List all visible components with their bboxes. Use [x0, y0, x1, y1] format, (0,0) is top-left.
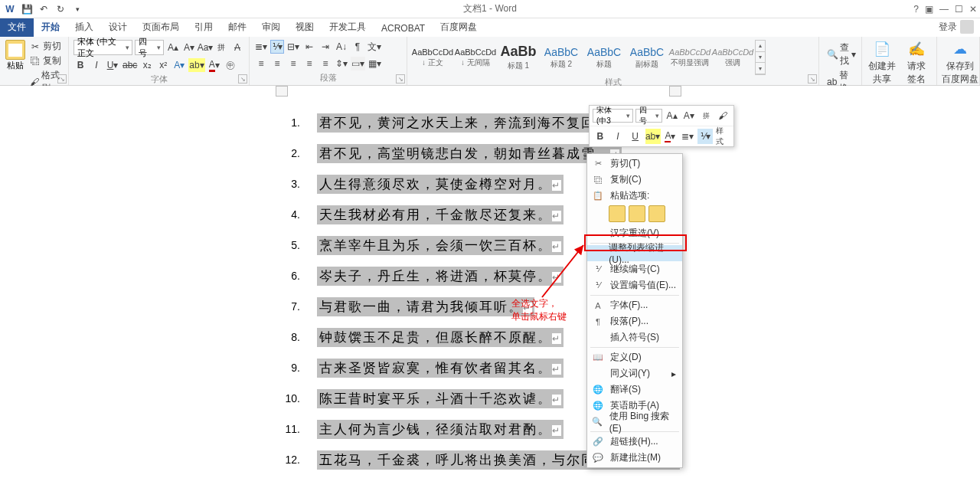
tab-insert[interactable]: 插入 [67, 18, 101, 37]
font-launcher[interactable]: ↘ [238, 74, 247, 84]
ctx-synonym[interactable]: 同义词(Y)▸ [587, 365, 682, 382]
tab-file[interactable]: 文件 [0, 18, 34, 37]
ctx-adjust-indent[interactable]: 调整列表缩进(U)... [587, 245, 682, 261]
mini-numbering[interactable]: ⅟▾ [697, 129, 713, 144]
style-item[interactable]: AaBbC标题 2 [541, 40, 582, 75]
distribute-button[interactable]: ≡ [318, 57, 332, 70]
maximize-icon[interactable]: ☐ [955, 4, 963, 15]
styles-gallery[interactable]: AaBbCcDd↓ 正文AaBbCcDd↓ 无间隔AaBb标题 1AaBbC标题… [412, 40, 814, 75]
bullets-button[interactable]: ≣▾ [254, 40, 268, 54]
ctx-define[interactable]: 📖定义(D) [587, 349, 682, 365]
help-icon[interactable]: ? [913, 4, 919, 15]
style-item[interactable]: AaBb标题 1 [498, 40, 539, 75]
font-name-combo[interactable]: 宋体 (中文正文 [74, 40, 132, 55]
save-baidu-button[interactable]: ☁保存到百度网盘 [942, 40, 978, 86]
mini-highlight[interactable]: ab▾ [645, 129, 661, 144]
copy-button[interactable]: ⿻复制 [30, 54, 64, 67]
increase-indent-button[interactable]: ⇥ [318, 40, 332, 54]
shading-button[interactable]: ▭▾ [351, 57, 365, 70]
mini-bold[interactable]: B [593, 129, 608, 144]
ctx-translate[interactable]: 🌐翻译(S) [587, 382, 682, 398]
mini-italic[interactable]: I [610, 129, 626, 144]
align-left-button[interactable]: ≡ [254, 57, 268, 70]
mini-grow-font[interactable]: A▴ [665, 108, 679, 123]
ctx-hyperlink[interactable]: 🔗超链接(H)... [587, 434, 682, 450]
mini-styles[interactable]: 样式 [715, 129, 730, 144]
tab-developer[interactable]: 开发工具 [322, 18, 374, 37]
change-case-button[interactable]: Aa▾ [198, 41, 212, 54]
mini-shrink-font[interactable]: A▾ [681, 108, 696, 123]
font-color-button[interactable]: A▾ [207, 58, 221, 72]
paste-merge[interactable] [629, 205, 645, 222]
ctx-set-number[interactable]: ⅟设置编号值(E)... [587, 277, 682, 293]
text-effects-button[interactable]: A▾ [172, 58, 186, 72]
ctx-copy[interactable]: ⿻复制(C) [587, 172, 682, 188]
ctx-cut[interactable]: ✂剪切(T) [587, 156, 682, 172]
tab-design[interactable]: 设计 [101, 18, 135, 37]
align-center-button[interactable]: ≡ [270, 57, 284, 70]
undo-icon[interactable]: ↶ [37, 2, 51, 16]
tab-view[interactable]: 视图 [288, 18, 322, 37]
grow-font-button[interactable]: A▴ [166, 41, 180, 54]
style-item[interactable]: AaBbC标题 [583, 40, 625, 75]
ctx-bing-search[interactable]: 🔍使用 Bing 搜索(E) [587, 414, 682, 430]
gallery-scroll[interactable]: ▴▾▾ [755, 40, 766, 75]
document-area[interactable]: 1.君不见，黄河之水天上来，奔流到海不复回。↵2.君不见，高堂明镜悲白发，朝如青… [0, 86, 980, 488]
style-item[interactable]: AaBbCcDd↓ 无间隔 [455, 40, 496, 75]
style-item[interactable]: AaBbC副标题 [626, 40, 668, 75]
borders-button[interactable]: ▦▾ [368, 57, 382, 70]
ribbon-display-icon[interactable]: ▣ [925, 4, 933, 15]
paragraph-launcher[interactable]: ↘ [396, 74, 405, 84]
tab-acrobat[interactable]: ACROBAT [374, 20, 433, 37]
mini-font-combo[interactable]: 宋体 (中3 [593, 109, 633, 123]
multilevel-button[interactable]: ⊟▾ [286, 40, 300, 54]
font-size-combo[interactable]: 四号 [135, 40, 164, 55]
cut-button[interactable]: ✂剪切 [30, 40, 64, 53]
mini-bullets[interactable]: ≣▾ [680, 129, 695, 144]
mini-size-combo[interactable]: 四号 [635, 109, 662, 123]
text-direction-button[interactable]: 文▾ [367, 40, 382, 54]
tab-review[interactable]: 审阅 [254, 18, 288, 37]
show-marks-button[interactable]: ¶ [351, 40, 364, 54]
subscript-button[interactable]: x₂ [140, 58, 154, 72]
mini-underline[interactable]: U [628, 129, 643, 144]
clear-format-button[interactable]: A [230, 41, 244, 54]
clipboard-launcher[interactable]: ↘ [57, 74, 67, 84]
paste-text-only[interactable] [648, 205, 665, 222]
numbering-button[interactable]: ⅟▾ [270, 40, 284, 54]
tab-home[interactable]: 开始 [34, 18, 67, 37]
justify-button[interactable]: ≡ [302, 57, 316, 70]
mini-painter[interactable]: 🖌 [716, 108, 730, 123]
ctx-paragraph[interactable]: ¶段落(P)... [587, 313, 682, 329]
paste-keep-source[interactable] [609, 205, 626, 222]
save-icon[interactable]: 💾 [20, 2, 34, 16]
italic-button[interactable]: I [90, 58, 103, 72]
strike-button[interactable]: abc [122, 58, 138, 72]
sort-button[interactable]: A↓ [335, 40, 348, 54]
tab-baidu[interactable]: 百度网盘 [433, 18, 485, 37]
enclose-char-button[interactable]: ㊥ [224, 58, 237, 72]
qat-more-icon[interactable]: ▾ [70, 2, 84, 16]
ctx-symbol[interactable]: 插入符号(S) [587, 329, 682, 346]
decrease-indent-button[interactable]: ⇤ [302, 40, 316, 54]
redo-icon[interactable]: ↻ [54, 2, 67, 16]
shrink-font-button[interactable]: A▾ [182, 41, 196, 54]
tab-mailings[interactable]: 邮件 [220, 18, 254, 37]
underline-button[interactable]: U▾ [106, 58, 119, 72]
style-item[interactable]: AaBbCcDd不明显强调 [669, 40, 710, 75]
align-right-button[interactable]: ≡ [286, 57, 300, 70]
find-button[interactable]: 🔍查找▾ [827, 41, 854, 67]
ctx-font[interactable]: A字体(F)... [587, 297, 682, 313]
bold-button[interactable]: B [74, 58, 87, 72]
tab-references[interactable]: 引用 [187, 18, 220, 37]
ctx-hanzi[interactable]: 汉字重选(V) [587, 225, 682, 241]
style-item[interactable]: AaBbCcDd↓ 正文 [412, 40, 453, 75]
tab-layout[interactable]: 页面布局 [135, 18, 187, 37]
close-icon[interactable]: ✕ [969, 4, 977, 15]
login-area[interactable]: 登录 [939, 20, 974, 34]
mini-font-color[interactable]: A▾ [663, 129, 678, 144]
minimize-icon[interactable]: — [939, 4, 949, 15]
paste-button[interactable]: 粘贴 [5, 40, 27, 71]
highlight-button[interactable]: ab▾ [188, 58, 204, 72]
phonetic-guide-button[interactable]: 拼 [214, 41, 228, 54]
